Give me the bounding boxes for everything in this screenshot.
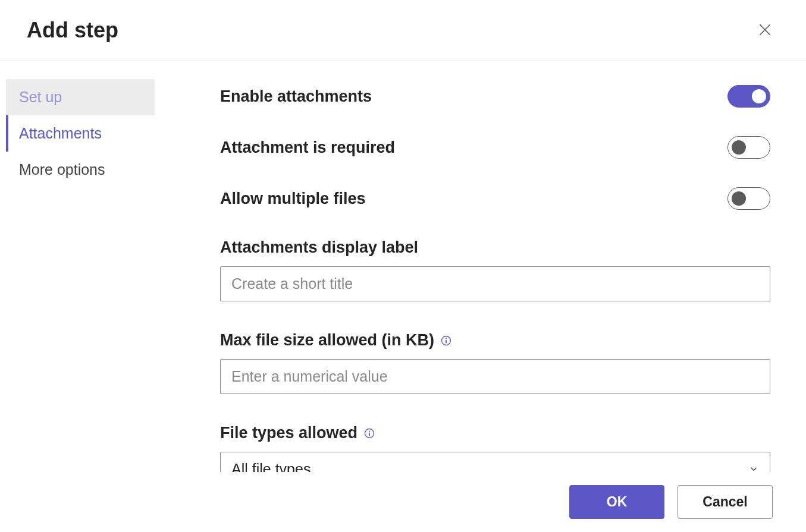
label-attachment-required: Attachment is required xyxy=(220,138,395,157)
toggle-knob xyxy=(732,140,746,155)
svg-point-1 xyxy=(446,338,447,339)
label-allow-multiple: Allow multiple files xyxy=(220,190,366,208)
sidebar-item-setup[interactable]: Set up xyxy=(6,79,155,115)
sidebar-nav: Set up Attachments More options xyxy=(0,61,155,472)
chevron-down-icon xyxy=(748,461,759,472)
toggle-knob xyxy=(752,89,766,103)
sidebar-item-label: Set up xyxy=(19,89,62,105)
toggle-enable-attachments[interactable] xyxy=(727,85,770,108)
dialog-title: Add step xyxy=(27,18,118,43)
sidebar-item-more-options[interactable]: More options xyxy=(6,152,155,188)
svg-point-4 xyxy=(369,430,370,432)
label-enable-attachments: Enable attachments xyxy=(220,87,372,106)
content-scroll[interactable]: Enable attachments Attachment is require… xyxy=(155,61,806,472)
input-display-label[interactable] xyxy=(220,266,770,301)
select-value: All file types xyxy=(231,461,311,472)
label-text: Attachments display label xyxy=(220,238,418,257)
field-display-label: Attachments display label xyxy=(220,238,770,301)
info-icon[interactable] xyxy=(363,427,375,439)
close-icon xyxy=(757,30,773,39)
field-max-file-size: Max file size allowed (in KB) xyxy=(220,331,770,394)
toggle-attachment-required[interactable] xyxy=(727,136,770,159)
row-attachment-required: Attachment is required xyxy=(220,136,770,159)
sidebar-item-label: More options xyxy=(19,161,105,178)
content-scroll-wrap: Enable attachments Attachment is require… xyxy=(155,61,806,472)
select-file-types[interactable]: All file types xyxy=(220,452,770,472)
sidebar-item-label: Attachments xyxy=(19,125,102,141)
cancel-button[interactable]: Cancel xyxy=(678,485,773,519)
label-text: Max file size allowed (in KB) xyxy=(220,331,434,350)
sidebar-item-attachments[interactable]: Attachments xyxy=(6,115,155,152)
close-button[interactable] xyxy=(754,18,776,43)
dialog-body: Set up Attachments More options Enable a… xyxy=(0,61,806,472)
info-icon[interactable] xyxy=(440,335,452,347)
toggle-knob xyxy=(732,191,746,206)
label-display-label: Attachments display label xyxy=(220,238,770,257)
row-enable-attachments: Enable attachments xyxy=(220,85,770,108)
ok-button[interactable]: OK xyxy=(569,485,664,519)
dialog-footer: OK Cancel xyxy=(0,472,806,532)
label-text: File types allowed xyxy=(220,424,357,442)
row-allow-multiple: Allow multiple files xyxy=(220,187,770,210)
dialog-header: Add step xyxy=(0,0,806,61)
label-max-file-size: Max file size allowed (in KB) xyxy=(220,331,770,350)
add-step-dialog: Add step Set up Attachments More options… xyxy=(0,0,806,532)
label-file-types: File types allowed xyxy=(220,424,770,442)
svg-rect-5 xyxy=(369,432,370,436)
svg-rect-2 xyxy=(446,339,447,343)
toggle-allow-multiple[interactable] xyxy=(727,187,770,210)
field-file-types: File types allowed All file types xyxy=(220,424,770,472)
input-max-file-size[interactable] xyxy=(220,359,770,394)
